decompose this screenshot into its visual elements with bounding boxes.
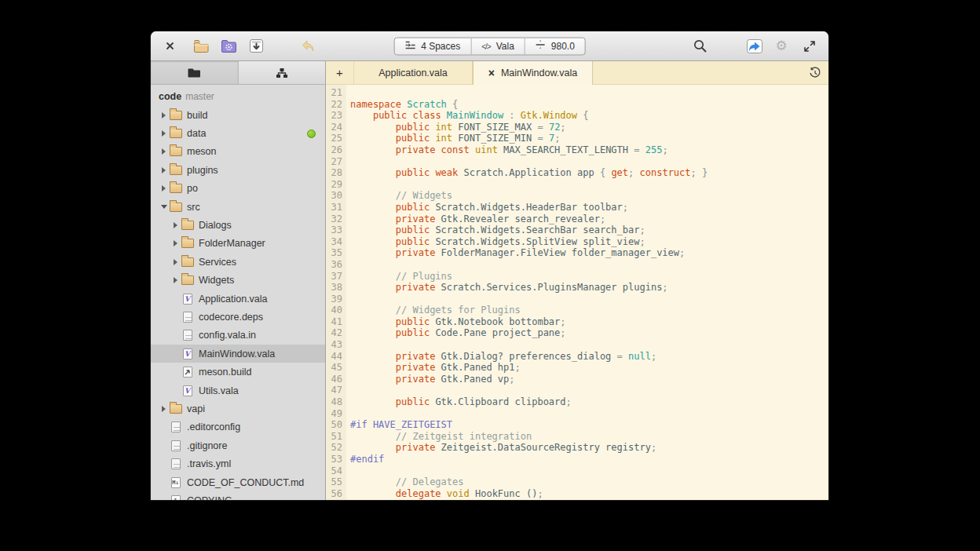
- tree-item-meson[interactable]: meson: [151, 143, 325, 161]
- tree-item-mainwindow-vala[interactable]: VMainWindow.vala: [151, 345, 325, 363]
- expander-icon[interactable]: [159, 148, 169, 155]
- line-number: 33: [326, 224, 342, 236]
- tree-item-dialogs[interactable]: Dialogs: [151, 216, 325, 234]
- tree-item-copying[interactable]: §COPYING: [151, 491, 325, 500]
- save-icon[interactable]: [247, 37, 265, 56]
- expander-icon[interactable]: [170, 222, 181, 228]
- tree-item-build[interactable]: build: [151, 106, 325, 124]
- code-line[interactable]: #endif: [350, 454, 828, 465]
- code-line[interactable]: [350, 179, 828, 191]
- expander-icon[interactable]: [170, 240, 181, 246]
- tree-item-plugins[interactable]: plugins: [151, 161, 325, 179]
- code-line[interactable]: public Scratch.Widgets.HeaderBar toolbar…: [350, 202, 828, 213]
- line-number: 26: [326, 144, 342, 156]
- line-number: 56: [326, 488, 342, 500]
- code-line[interactable]: [350, 385, 828, 396]
- expander-icon[interactable]: [159, 406, 169, 412]
- tree-item-vapi[interactable]: vapi: [151, 400, 325, 418]
- tab-application-vala[interactable]: Application.vala: [354, 61, 473, 84]
- expander-icon[interactable]: [159, 185, 169, 192]
- tree-item--travis-yml[interactable]: .travis.yml: [151, 454, 325, 473]
- code-line[interactable]: [350, 465, 828, 477]
- code-line[interactable]: public Code.Pane project_pane;: [350, 327, 828, 339]
- history-icon[interactable]: [809, 61, 821, 84]
- project-header[interactable]: codemaster: [151, 85, 325, 106]
- code-line[interactable]: [350, 408, 828, 420]
- code-line[interactable]: public Scratch.Widgets.SearchBar search_…: [350, 224, 828, 236]
- code-line[interactable]: public Scratch.Widgets.SplitView split_v…: [350, 236, 828, 248]
- tree-item-config-vala-in[interactable]: config.vala.in: [151, 327, 325, 345]
- tab-close-icon[interactable]: ×: [488, 68, 495, 78]
- close-icon[interactable]: [160, 37, 179, 56]
- line-number: 38: [326, 282, 342, 294]
- tree-item-codecore-deps[interactable]: codecore.deps: [151, 308, 325, 326]
- expander-icon[interactable]: [159, 112, 169, 119]
- new-tab-button[interactable]: +: [326, 61, 354, 84]
- project-branch: master: [185, 91, 214, 102]
- language-button[interactable]: </> Vala: [470, 38, 525, 54]
- code-line[interactable]: private Zeitgeist.DataSourceRegistry reg…: [350, 442, 828, 454]
- code-line[interactable]: // Zeitgeist integration: [350, 431, 828, 443]
- code-line[interactable]: [350, 294, 828, 305]
- tree-item-code-of-conduct-md[interactable]: M↓CODE_OF_CONDUCT.md: [151, 473, 325, 491]
- tree-item-application-vala[interactable]: VApplication.vala: [151, 290, 325, 308]
- code-line[interactable]: private Gtk.Revealer search_revealer;: [350, 213, 828, 225]
- code-line[interactable]: private const uint MAX_SEARCH_TEXT_LENGT…: [350, 144, 828, 156]
- tab-mainwindow-vala[interactable]: × MainWindow.vala: [473, 61, 593, 85]
- code-line[interactable]: [350, 87, 828, 99]
- code-line[interactable]: [350, 259, 828, 271]
- tree-item-foldermanager[interactable]: FolderManager: [151, 235, 325, 253]
- code-pane[interactable]: namespace Scratch { public class MainWin…: [346, 85, 828, 500]
- code-line[interactable]: delegate void HookFunc ();: [350, 488, 828, 500]
- code-line[interactable]: public int FONT_SIZE_MIN = 7;: [350, 133, 828, 144]
- code-line[interactable]: public int FONT_SIZE_MAX = 72;: [350, 122, 828, 133]
- sidebar: codemaster builddatamesonpluginsposrcDia…: [151, 61, 326, 500]
- code-line[interactable]: private Scratch.Services.PluginsManager …: [350, 282, 828, 294]
- share-icon[interactable]: [745, 37, 764, 56]
- code-line[interactable]: public Gtk.Notebook bottombar;: [350, 316, 828, 328]
- open-folder-icon[interactable]: [192, 37, 210, 56]
- tree-item-label: .gitignore: [187, 440, 227, 451]
- expander-icon[interactable]: [170, 277, 181, 283]
- tree-item-utils-vala[interactable]: VUtils.vala: [151, 381, 325, 400]
- source-editor[interactable]: 2122232425262728293031323334353637383940…: [326, 85, 828, 500]
- tree-item--editorconfig[interactable]: .editorconfig: [151, 418, 325, 436]
- expander-icon[interactable]: [170, 259, 181, 265]
- code-line[interactable]: // Delegates: [350, 476, 828, 488]
- line-number: 25: [326, 133, 342, 144]
- tree-item-src[interactable]: src: [151, 198, 325, 216]
- code-line[interactable]: private Gtk.Paned vp;: [350, 374, 828, 385]
- tree-item-data[interactable]: data: [151, 124, 325, 142]
- code-line[interactable]: #if HAVE_ZEITGEIST: [350, 419, 828, 431]
- code-line[interactable]: // Widgets for Plugins: [350, 305, 828, 316]
- code-line[interactable]: // Widgets: [350, 190, 828, 202]
- settings-gear-icon[interactable]: ⚙: [772, 37, 791, 56]
- outline-view-toggle[interactable]: [238, 61, 326, 84]
- search-icon[interactable]: [690, 37, 709, 56]
- code-line[interactable]: private Gtk.Dialog? preferences_dialog =…: [350, 351, 828, 363]
- code-line[interactable]: // Plugins: [350, 271, 828, 283]
- tree-item-widgets[interactable]: Widgets: [151, 272, 325, 290]
- code-line[interactable]: [350, 339, 828, 351]
- code-line[interactable]: namespace Scratch {: [350, 99, 828, 111]
- code-line[interactable]: private FolderManager.FileView folder_ma…: [350, 247, 828, 259]
- templates-folder-icon[interactable]: [219, 37, 238, 56]
- fullscreen-icon[interactable]: [800, 37, 819, 56]
- expander-icon[interactable]: [159, 130, 169, 137]
- code-line[interactable]: public Gtk.Clipboard clipboard;: [350, 396, 828, 408]
- tree-item--gitignore[interactable]: .gitignore: [151, 436, 325, 454]
- code-line[interactable]: public weak Scratch.Application app { ge…: [350, 167, 828, 179]
- code-line[interactable]: [350, 156, 828, 168]
- tree-item-services[interactable]: Services: [151, 253, 325, 271]
- code-line[interactable]: private Gtk.Paned hp1;: [350, 362, 828, 374]
- tree-item-po[interactable]: po: [151, 180, 325, 198]
- expander-icon[interactable]: [159, 167, 169, 173]
- files-view-toggle[interactable]: [151, 61, 238, 84]
- text-file-icon: [171, 440, 181, 451]
- goto-line-button[interactable]: 980.0: [525, 38, 585, 54]
- expander-icon[interactable]: [159, 205, 169, 209]
- indentation-button[interactable]: 4 Spaces: [394, 38, 470, 54]
- indentation-label: 4 Spaces: [421, 41, 460, 52]
- code-line[interactable]: public class MainWindow : Gtk.Window {: [350, 110, 828, 122]
- tree-item-meson-build[interactable]: meson.build: [151, 363, 325, 381]
